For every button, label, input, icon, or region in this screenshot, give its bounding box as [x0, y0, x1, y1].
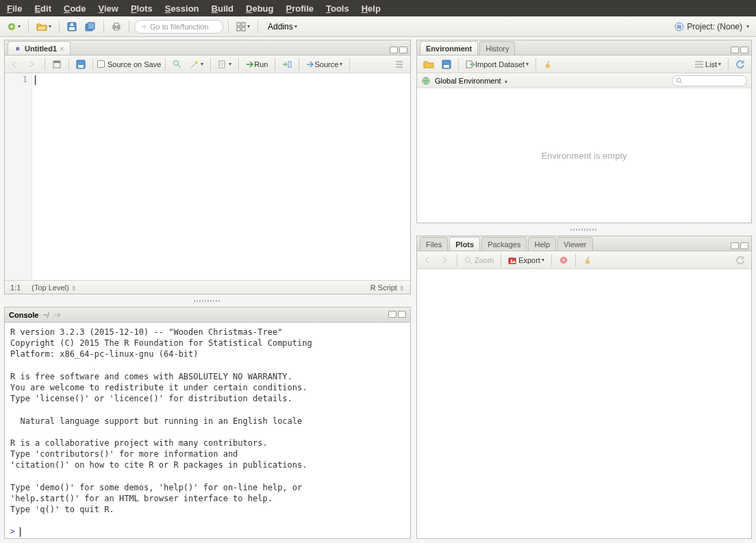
environment-pane: Environment History Import Dataset▾	[416, 40, 752, 223]
forward-button[interactable]	[25, 57, 40, 72]
minimize-console-button[interactable]	[388, 311, 396, 318]
clear-env-button[interactable]	[540, 57, 555, 72]
project-selector[interactable]: R Project: (None) ▾	[672, 22, 752, 31]
source-on-save-toggle[interactable]: Source on Save	[97, 60, 161, 68]
run-button[interactable]: Run	[243, 57, 270, 72]
save-button[interactable]	[64, 19, 79, 34]
lang-selector[interactable]: R Script ⇕	[370, 283, 405, 292]
plot-export-button[interactable]: Export▾	[505, 253, 547, 268]
refresh-plots-button[interactable]	[733, 253, 748, 268]
import-icon	[466, 60, 475, 68]
source-arrow-icon	[306, 60, 314, 68]
rscript-icon: R	[14, 45, 22, 53]
menu-file[interactable]: File	[7, 3, 22, 14]
close-tab-button[interactable]: ×	[60, 45, 64, 53]
source-on-save-checkbox[interactable]	[97, 60, 105, 68]
drag-handle-right[interactable]	[416, 227, 752, 231]
save-all-button[interactable]	[82, 19, 99, 34]
goto-arrow-icon	[140, 23, 147, 30]
editor[interactable]: 1	[5, 73, 410, 280]
new-file-button[interactable]: ▾	[4, 19, 23, 34]
refresh-env-button[interactable]	[733, 57, 748, 72]
find-button[interactable]	[170, 57, 185, 72]
drag-handle[interactable]	[4, 299, 411, 303]
tab-environment[interactable]: Environment	[420, 41, 478, 55]
search-icon	[676, 77, 683, 84]
print-button[interactable]	[109, 19, 124, 34]
load-workspace-button[interactable]	[420, 57, 437, 72]
tab-packages[interactable]: Packages	[481, 237, 527, 251]
menu-plots[interactable]: Plots	[131, 3, 153, 14]
maximize-plots-button[interactable]	[740, 242, 748, 249]
show-in-new-window-button[interactable]	[49, 57, 64, 72]
menu-profile[interactable]: Profile	[286, 3, 314, 14]
svg-rect-9	[237, 23, 240, 26]
grid-button[interactable]: ▾	[234, 19, 253, 34]
goto-placeholder: Go to file/function	[150, 23, 209, 31]
minimize-pane-button[interactable]	[390, 47, 398, 53]
tab-title: Untitled1	[25, 45, 57, 53]
tab-files[interactable]: Files	[420, 237, 448, 251]
outline-button[interactable]	[392, 57, 407, 72]
plot-zoom-button[interactable]: Zoom	[462, 253, 496, 268]
tab-history[interactable]: History	[479, 41, 515, 55]
import-dataset-button[interactable]: Import Dataset▾	[463, 57, 531, 72]
project-icon: R	[675, 22, 684, 31]
menu-tools[interactable]: Tools	[326, 3, 349, 14]
menu-code[interactable]: Code	[64, 3, 86, 14]
plot-back-button[interactable]	[420, 253, 436, 268]
svg-rect-5	[88, 23, 94, 29]
tab-viewer[interactable]: Viewer	[557, 237, 592, 251]
minimize-env-button[interactable]	[731, 47, 739, 53]
svg-point-21	[174, 60, 179, 65]
env-toolbar: Import Dataset▾ List▾	[417, 55, 751, 73]
menu-build[interactable]: Build	[212, 3, 234, 14]
svg-rect-25	[444, 65, 449, 68]
maximize-pane-button[interactable]	[399, 47, 407, 53]
svg-rect-10	[242, 23, 245, 26]
menu-debug[interactable]: Debug	[246, 3, 273, 14]
back-button[interactable]	[8, 57, 23, 72]
minimize-plots-button[interactable]	[731, 242, 739, 249]
addins-button[interactable]: Addins ▾	[263, 19, 302, 34]
tab-help[interactable]: Help	[528, 237, 556, 251]
source-tab[interactable]: R Untitled1 ×	[8, 41, 71, 55]
console-output[interactable]: R version 3.2.3 (2015-12-10) -- "Wooden …	[5, 323, 410, 538]
console-prompt: >	[10, 527, 15, 536]
maximize-env-button[interactable]	[740, 47, 748, 53]
source-button[interactable]: Source ▾	[303, 57, 345, 72]
scope-selector[interactable]: (Top Level) ⇕	[32, 283, 76, 292]
plot-forward-button[interactable]	[438, 253, 453, 268]
svg-text:R: R	[677, 24, 681, 30]
plot-area	[417, 269, 751, 538]
svg-rect-34	[585, 260, 590, 264]
menu-view[interactable]: View	[99, 3, 118, 14]
svg-rect-12	[242, 27, 245, 31]
wand-button[interactable]: ▾	[187, 57, 206, 72]
console-pane: Console ~/ R version 3.2.3 (2015-12-10) …	[4, 307, 411, 539]
goto-file-function-input[interactable]: Go to file/function	[134, 20, 223, 34]
console-cwd: ~/	[42, 311, 49, 319]
save-workspace-button[interactable]	[439, 57, 454, 72]
plot-clear-button[interactable]	[580, 253, 595, 268]
tab-plots[interactable]: Plots	[449, 237, 480, 251]
env-empty-message: Environment is empty	[417, 88, 751, 223]
menubar: File Edit Code View Plots Session Build …	[0, 0, 756, 16]
menu-session[interactable]: Session	[165, 3, 199, 14]
svg-rect-7	[114, 23, 118, 26]
project-label: Project: (None)	[687, 22, 742, 31]
compile-button[interactable]: ▾	[215, 57, 234, 72]
maximize-console-button[interactable]	[398, 311, 406, 318]
menu-help[interactable]: Help	[362, 3, 381, 14]
open-file-button[interactable]: ▾	[34, 19, 54, 34]
view-mode-button[interactable]: List▾	[692, 57, 724, 72]
env-search-input[interactable]	[672, 75, 747, 86]
source-toolbar: Source on Save ▾ ▾ Run Source ▾	[5, 55, 410, 73]
editor-code-area[interactable]	[32, 73, 410, 280]
plot-remove-button[interactable]	[556, 253, 571, 268]
env-scope-selector[interactable]: Global Environment ▾	[435, 77, 507, 85]
menu-edit[interactable]: Edit	[34, 3, 51, 14]
console-popout-icon[interactable]	[53, 312, 62, 318]
rerun-button[interactable]	[279, 57, 294, 72]
save-source-button[interactable]	[73, 57, 88, 72]
